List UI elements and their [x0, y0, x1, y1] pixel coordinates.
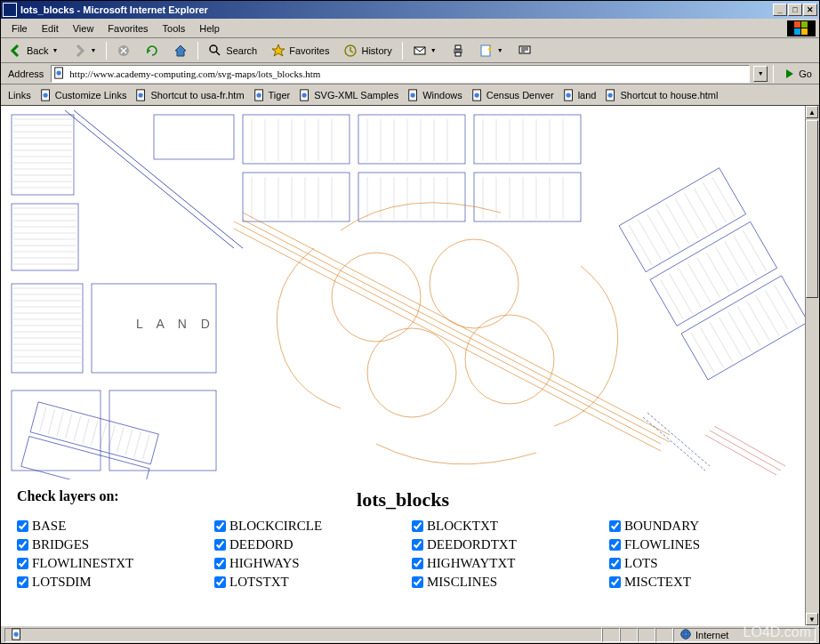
link-land[interactable]: land — [559, 87, 600, 103]
link-customize[interactable]: Customize Links — [36, 87, 131, 103]
globe-icon — [679, 628, 692, 642]
svg-line-130 — [666, 204, 689, 244]
svg-line-129 — [656, 209, 679, 249]
address-dropdown-button[interactable]: ▼ — [753, 66, 768, 82]
layer-checkbox-deedord[interactable] — [214, 539, 226, 551]
link-shortcut-usa-fr[interactable]: Shortcut to usa-fr.htm — [132, 87, 247, 103]
layer-checkbox-base[interactable] — [17, 520, 28, 532]
svg-line-172 — [48, 409, 55, 434]
layer-checkbox-misclines[interactable] — [412, 576, 423, 588]
toolbar-separator — [106, 42, 107, 60]
svg-rect-124 — [650, 221, 777, 326]
menubar: File Edit View Favorites Tools Help — [1, 19, 819, 38]
svg-point-18 — [139, 93, 143, 97]
layer-checkbox-lotstxt[interactable] — [214, 576, 226, 588]
stop-button[interactable] — [110, 41, 137, 60]
print-icon — [451, 44, 465, 58]
link-census-denver[interactable]: Census Denver — [468, 87, 558, 103]
layer-checkbox-flowlines[interactable] — [609, 539, 621, 551]
close-button[interactable]: ✕ — [803, 4, 817, 16]
link-tiger[interactable]: Tiger — [250, 87, 294, 103]
home-button[interactable] — [167, 41, 194, 60]
layer-item-lots: LOTS — [609, 556, 789, 571]
layer-checkbox-highwaytxt[interactable] — [412, 558, 423, 569]
layer-label: BOUNDARY — [624, 519, 699, 534]
browser-window: lots_blocks - Microsoft Internet Explore… — [0, 0, 820, 644]
svg-line-155 — [775, 285, 798, 325]
layer-label: FLOWLINESTXT — [32, 556, 133, 571]
edit-button[interactable]: ▼ — [473, 41, 510, 60]
layer-checkbox-boundary[interactable] — [609, 520, 621, 532]
svg-line-133 — [694, 188, 717, 228]
layer-label: BLOCKCIRCLE — [229, 519, 322, 534]
layer-checkbox-deedordtxt[interactable] — [412, 539, 423, 551]
layer-checkbox-lotsdim[interactable] — [17, 576, 28, 588]
scroll-thumb[interactable] — [806, 120, 818, 298]
refresh-button[interactable] — [139, 41, 165, 60]
discuss-button[interactable] — [511, 41, 538, 60]
zone-label: Internet — [695, 630, 728, 640]
layer-checkbox-blockcircle[interactable] — [214, 520, 226, 532]
layer-checkbox-misctext[interactable] — [609, 576, 621, 588]
svg-map[interactable]: L A N D — [1, 106, 805, 479]
menu-view[interactable]: View — [66, 21, 101, 36]
svg-line-137 — [670, 274, 693, 314]
status-seg-2 — [620, 628, 638, 642]
scroll-up-button[interactable]: ▲ — [806, 106, 818, 118]
dropdown-arrow-icon: ▼ — [90, 47, 96, 53]
link-shortcut-house[interactable]: Shortcut to house.html — [601, 87, 721, 103]
layer-item-base: BASE — [17, 519, 197, 534]
go-button[interactable]: Go — [779, 67, 816, 81]
link-svg-xml[interactable]: SVG-XML Samples — [295, 87, 402, 103]
scroll-down-button[interactable]: ▼ — [806, 613, 818, 625]
link-windows[interactable]: Windows — [404, 87, 466, 103]
page-icon — [53, 67, 68, 81]
menu-edit[interactable]: Edit — [35, 21, 66, 36]
layer-checkbox-flowlinestxt[interactable] — [17, 558, 28, 569]
ie-logo-icon — [787, 20, 816, 36]
page-icon — [605, 89, 617, 101]
statusbar: Internet — [1, 625, 819, 643]
svg-point-186 — [14, 632, 19, 636]
page-icon — [407, 89, 420, 101]
svg-rect-33 — [12, 284, 83, 373]
menu-favorites[interactable]: Favorites — [100, 21, 155, 36]
svg-rect-11 — [481, 45, 490, 56]
layer-checkbox-highways[interactable] — [214, 558, 226, 569]
svg-point-24 — [411, 93, 415, 97]
svg-line-181 — [125, 430, 133, 455]
layer-label: MISCLINES — [427, 575, 497, 590]
titlebar-buttons: _ □ ✕ — [773, 4, 817, 16]
mail-button[interactable]: ▼ — [406, 41, 443, 60]
layer-label: LOTSTXT — [229, 575, 289, 590]
forward-button[interactable]: ▼ — [66, 41, 102, 60]
svg-rect-9 — [455, 45, 461, 49]
address-input[interactable] — [69, 68, 747, 79]
layer-checkbox-blocktxt[interactable] — [412, 520, 423, 532]
search-button[interactable]: Search — [202, 41, 263, 60]
favorites-label: Favorites — [289, 45, 329, 56]
layer-label: MISCTEXT — [624, 575, 691, 590]
layer-checkbox-lots[interactable] — [609, 558, 621, 569]
layer-checkbox-bridges[interactable] — [17, 539, 28, 551]
print-button[interactable] — [445, 41, 471, 60]
svg-line-142 — [716, 247, 739, 287]
menu-tools[interactable]: Tools — [156, 21, 193, 36]
favorites-star-icon — [271, 44, 285, 58]
svg-point-28 — [566, 93, 570, 97]
svg-line-150 — [728, 311, 752, 351]
back-button[interactable]: Back ▼ — [3, 41, 64, 60]
svg-rect-43 — [358, 173, 465, 221]
svg-line-154 — [765, 290, 788, 330]
history-button[interactable]: History — [337, 41, 398, 60]
dropdown-arrow-icon: ▼ — [430, 47, 437, 53]
menu-help[interactable]: Help — [192, 21, 227, 36]
favorites-button[interactable]: Favorites — [265, 41, 335, 60]
svg-rect-41 — [243, 173, 350, 221]
maximize-button[interactable]: □ — [788, 4, 802, 16]
layer-label: BLOCKTXT — [427, 519, 498, 534]
minimize-button[interactable]: _ — [773, 4, 787, 16]
menu-file[interactable]: File — [4, 21, 35, 36]
vertical-scrollbar[interactable]: ▲ ▼ — [805, 106, 819, 625]
forward-arrow-icon — [72, 44, 86, 58]
